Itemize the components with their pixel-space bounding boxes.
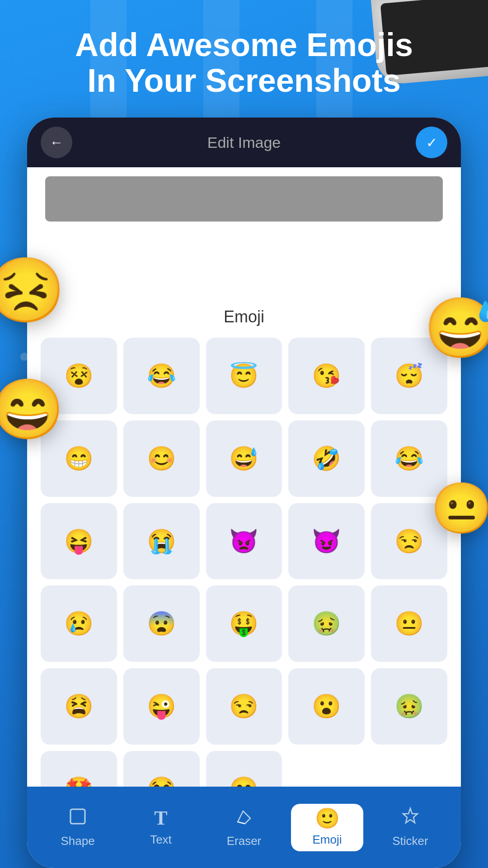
emoji-cell[interactable]: 😂	[123, 338, 200, 414]
phone-topbar: ← Edit Image ✓	[27, 118, 461, 167]
floating-emoji-3: 😅	[424, 294, 488, 363]
floating-emoji-1: 😣	[0, 253, 66, 328]
emoji-cell[interactable]: 🤣	[288, 420, 365, 497]
emoji-cell[interactable]: 😢	[41, 585, 117, 662]
emoji-cell[interactable]: 😜	[123, 668, 200, 745]
emoji-cell[interactable]: 😇	[206, 338, 282, 414]
phone-mockup: ← Edit Image ✓ Emoji 😵 😂 😇 😘 😴 😁 😊 😅 🤣 😂…	[27, 118, 461, 868]
emoji-cell[interactable]: 😊	[123, 420, 200, 497]
bottom-nav: Shape T Text Eraser 🙂 Emoji	[27, 787, 461, 868]
emoji-cell[interactable]: 🤢	[288, 585, 365, 662]
check-icon: ✓	[426, 135, 437, 151]
emoji-nav-icon: 🙂	[315, 808, 340, 828]
sticker-icon	[400, 807, 420, 830]
emoji-cell[interactable]: 😄	[206, 751, 282, 787]
emoji-cell[interactable]: 😝	[41, 503, 117, 580]
text-label: Text	[150, 833, 172, 847]
emoji-cell[interactable]: 😨	[123, 585, 200, 662]
sticker-label: Sticker	[392, 834, 428, 848]
header-text: Add Awesome Emojis In Your Screenshots	[27, 27, 461, 99]
back-button[interactable]: ←	[41, 127, 72, 158]
eraser-icon	[234, 807, 254, 830]
emoji-cell[interactable]: 🤢	[371, 668, 447, 745]
emoji-cell[interactable]: 😅	[206, 420, 282, 497]
back-icon: ←	[50, 135, 63, 150]
emoji-label: Emoji	[312, 833, 342, 847]
emoji-cell[interactable]: 😭	[123, 503, 200, 580]
nav-item-emoji[interactable]: 🙂 Emoji	[291, 804, 363, 851]
floating-emoji-4: 😐	[431, 479, 488, 538]
emoji-cell[interactable]: 😘	[288, 338, 365, 414]
shape-label: Shape	[61, 834, 94, 848]
header-line2: In Your Screenshots	[87, 62, 401, 99]
confirm-button[interactable]: ✓	[416, 127, 447, 158]
emoji-cell[interactable]: 😮	[288, 668, 365, 745]
emoji-grid: 😵 😂 😇 😘 😴 😁 😊 😅 🤣 😂 😝 😭 👿 😈 😒 😢 😨 🤑 🤢 �	[36, 338, 452, 787]
nav-item-sticker[interactable]: Sticker	[374, 802, 446, 853]
emoji-cell[interactable]: 🤩	[41, 751, 117, 787]
emoji-cell[interactable]: 😈	[288, 503, 365, 580]
emoji-panel-title: Emoji	[36, 307, 452, 326]
edit-image-area	[45, 176, 443, 222]
shape-icon	[68, 807, 88, 830]
emoji-cell[interactable]: 🤑	[206, 585, 282, 662]
eraser-label: Eraser	[227, 834, 262, 848]
nav-item-shape[interactable]: Shape	[42, 802, 114, 853]
floating-emoji-2: 😄	[0, 375, 64, 444]
emoji-cell[interactable]: 😂	[123, 751, 200, 787]
emoji-cell[interactable]: 😒	[206, 668, 282, 745]
nav-item-text[interactable]: T Text	[125, 804, 197, 851]
emoji-cell[interactable]: 😫	[41, 668, 117, 745]
text-icon: T	[154, 808, 167, 828]
topbar-title: Edit Image	[207, 134, 281, 151]
header-line1: Add Awesome Emojis	[75, 27, 413, 63]
nav-item-eraser[interactable]: Eraser	[208, 802, 280, 853]
emoji-panel: Emoji 😵 😂 😇 😘 😴 😁 😊 😅 🤣 😂 😝 😭 👿 😈 😒 😢 😨	[27, 294, 461, 787]
emoji-cell[interactable]: 😐	[371, 585, 447, 662]
emoji-cell[interactable]: 👿	[206, 503, 282, 580]
svg-rect-0	[70, 809, 85, 824]
